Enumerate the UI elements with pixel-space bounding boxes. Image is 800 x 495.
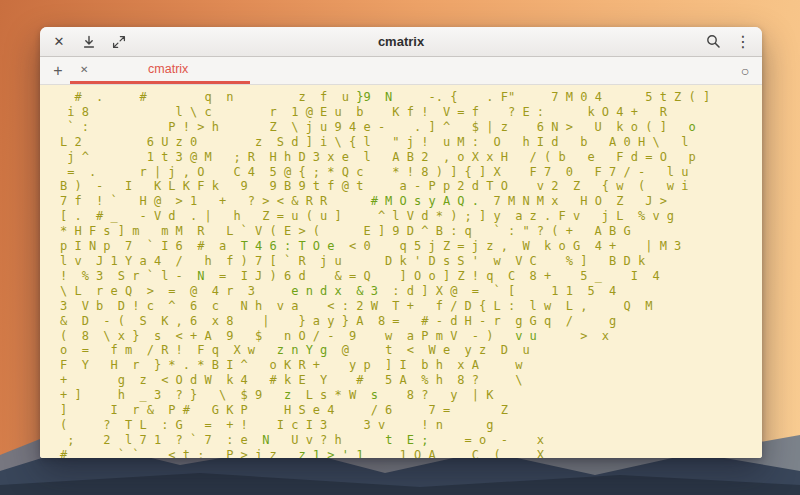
terminal-row: # ` ` < t ; P > j z z 1 > ' 1 1 O A C ( … — [60, 448, 754, 458]
terminal-row: B ) - I K L K F k 9 9 B 9 t f @ t a - P … — [60, 179, 754, 194]
tab-bar: + ✕ cmatrix ○ — [40, 57, 762, 85]
terminal-row: l v J 1 Y a 4 / h f ) 7 [ ` R j u D k ' … — [60, 254, 754, 269]
terminal-row: o = f m / R ! F q X w z n Y g @ t < W e … — [60, 343, 754, 358]
terminal-row: ( ? T L : G = + ! I c I 3 3 v ! n g — [60, 418, 754, 433]
headerbar-right-controls: ⋮ — [704, 33, 752, 51]
terminal-row: + ] h _ 3 ? } \ $ 9 z L s * W s 8 ? y | … — [60, 388, 754, 403]
new-tab-button[interactable]: + — [46, 57, 70, 84]
terminal-row: * H F s ] m m M R L ` V ( E > ( E ] 9 D … — [60, 224, 754, 239]
terminal-window: ✕ cmatrix — [40, 27, 762, 458]
terminal-row: ] I r & P # G K P H S e 4 / 6 7 = Z — [60, 403, 754, 418]
window-close-button[interactable]: ✕ — [50, 33, 68, 51]
headerbar: ✕ cmatrix — [40, 27, 762, 57]
terminal-row: j ^ 1 t 3 @ M ; R H h D 3 x e l A B 2 , … — [60, 150, 754, 165]
terminal-row: + g z < O d W k 4 # k E Y # 5 A % h 8 ? … — [60, 373, 754, 388]
search-icon[interactable] — [704, 33, 722, 51]
tab-label: cmatrix — [96, 62, 240, 76]
tab-close-icon[interactable]: ✕ — [80, 64, 88, 75]
menu-icon[interactable]: ⋮ — [734, 33, 752, 51]
terminal-row: # . # q n z f u }9 N -. { . F" 7 M 0 4 5… — [60, 90, 754, 105]
tab-overview-icon[interactable]: ○ — [736, 62, 754, 80]
maximize-icon[interactable] — [110, 33, 128, 51]
download-icon[interactable] — [80, 33, 98, 51]
terminal-row: ! % 3 S r ` l - N = I J ) 6 d & = Q ] O … — [60, 269, 754, 284]
terminal-row: ; 2 l 7 1 ? ` 7 : e N U v ? h t E ; = o … — [60, 433, 754, 448]
terminal-row: L 2 6 U z 0 z S d ] i \ { l " j ! u M : … — [60, 135, 754, 150]
terminal-row: [ . # _ - V d . | h Z = u ( u ] ^ l V d … — [60, 209, 754, 224]
terminal-row: & D - ( S K , 6 x 8 | } a y } A 8 = # - … — [60, 314, 754, 329]
terminal-row: i 8 l \ c r 1 @ E u b K f ! V = f ? E : … — [60, 105, 754, 120]
terminal-row: 3 V b D ! c ^ 6 c N h v a < : 2 W T + f … — [60, 299, 754, 314]
terminal-output[interactable]: # . # q n z f u }9 N -. { . F" 7 M 0 4 5… — [40, 85, 762, 458]
desktop-background: ✕ cmatrix — [0, 0, 800, 495]
headerbar-left-controls: ✕ — [50, 33, 128, 51]
terminal-row: ( 8 \ x } s < + A 9 $ n O / - 9 w a P m … — [60, 329, 754, 344]
tab-cmatrix[interactable]: ✕ cmatrix — [70, 57, 250, 84]
window-title: cmatrix — [40, 34, 762, 49]
terminal-row: p I N p 7 ` I 6 # a T 4 6 : T O e < 0 q … — [60, 239, 754, 254]
terminal-row: 7 f ! ` H @ > 1 + ? > < & R R # M O s y … — [60, 194, 754, 209]
terminal-row: = . r | j , O C 4 5 @ { ; * Q c * ! 8 ) … — [60, 165, 754, 180]
terminal-row: \ L r e Q > = @ 4 r 3 e n d x & 3 : d ] … — [60, 284, 754, 299]
terminal-row: F Y H r } * . * B I ^ o K R + y p ] I b … — [60, 358, 754, 373]
terminal-row: ` : P ! > h Z \ j u 9 4 e - . ] ^ $ | z … — [60, 120, 754, 135]
tabbar-spacer — [250, 57, 736, 84]
